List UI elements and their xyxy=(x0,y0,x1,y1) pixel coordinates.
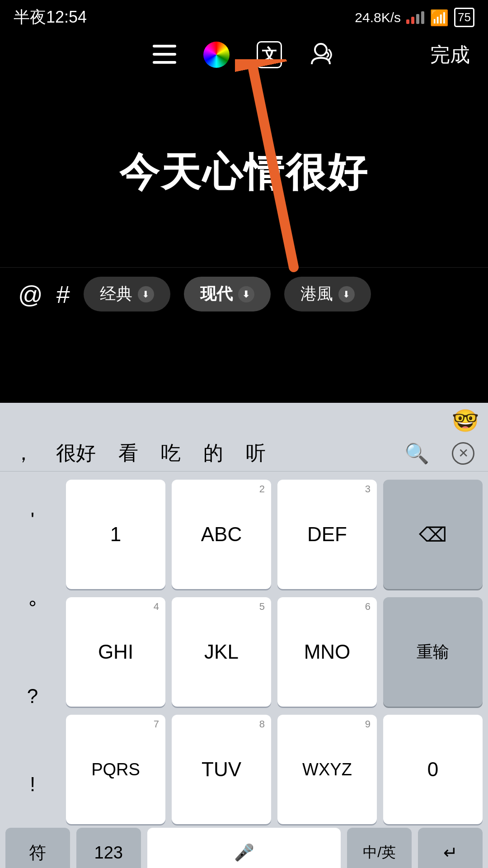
alpha-num-keys: 1 2 ABC 3 DEF ⌫ 4 GHI xyxy=(66,480,483,824)
symbol-column: ' ° ? ! xyxy=(5,480,60,824)
key-degree[interactable]: ° xyxy=(5,568,60,648)
key-wxyz[interactable]: 9 WXYZ xyxy=(277,715,377,824)
key-def[interactable]: 3 DEF xyxy=(277,480,377,589)
search-icon[interactable]: 🔍 xyxy=(404,442,429,465)
key-row-2: 4 GHI 5 JKL 6 MNO 重输 xyxy=(66,597,483,707)
key-exclaim[interactable]: ! xyxy=(5,744,60,824)
at-symbol[interactable]: @ xyxy=(18,280,43,308)
hash-symbol[interactable]: # xyxy=(56,280,70,308)
color-picker-icon[interactable] xyxy=(203,42,230,68)
status-bar: 半夜12:54 24.8K/s 📶 75 xyxy=(0,0,488,32)
svg-rect-1 xyxy=(153,53,176,56)
editor-main-text[interactable]: 今天心情很好 xyxy=(0,77,488,267)
font-style-modern[interactable]: 现代 ⬇ xyxy=(184,277,271,311)
status-right: 24.8K/s 📶 75 xyxy=(355,8,474,27)
main-keys-area: ' ° ? ! 1 2 ABC 3 DEF ⌫ xyxy=(0,472,488,828)
key-ghi[interactable]: 4 GHI xyxy=(66,597,165,707)
key-apostrophe[interactable]: ' xyxy=(5,480,60,560)
suggestion-word-3[interactable]: 的 xyxy=(203,440,223,467)
font-style-bar: @ # 经典 ⬇ 现代 ⬇ 港風 ⬇ xyxy=(0,267,488,321)
paragraph-format-icon[interactable] xyxy=(153,45,176,65)
suggestion-word-1[interactable]: 看 xyxy=(118,440,138,467)
key-row-1: 1 2 ABC 3 DEF ⌫ xyxy=(66,480,483,589)
keyboard-area: 🤓 ， 很好 看 吃 的 听 🔍 ✕ ' ° ? ! 1 2 xyxy=(0,403,488,868)
suggestion-word-2[interactable]: 吃 xyxy=(161,440,181,467)
editor-toolbar: 文 完成 xyxy=(0,32,488,77)
editor-area[interactable]: 文 完成 今天心情很好 @ # xyxy=(0,32,488,403)
key-lang-switch[interactable]: 中/英 xyxy=(347,828,412,868)
key-tuv[interactable]: 8 TUV xyxy=(172,715,271,824)
key-mno[interactable]: 6 MNO xyxy=(277,597,377,707)
microphone-icon: 🎤 xyxy=(234,843,254,862)
font-style-hk[interactable]: 港風 ⬇ xyxy=(284,277,371,311)
key-1[interactable]: 1 xyxy=(66,480,165,589)
hk-download-icon[interactable]: ⬇ xyxy=(338,286,355,302)
key-row-3: 7 PQRS 8 TUV 9 WXYZ 0 xyxy=(66,715,483,824)
done-button[interactable]: 完成 xyxy=(430,42,470,68)
suggestion-comma[interactable]: ， xyxy=(14,440,33,467)
font-style-classic[interactable]: 经典 ⬇ xyxy=(84,277,170,311)
status-time: 半夜12:54 xyxy=(14,6,87,28)
wifi-icon: 📶 xyxy=(430,9,449,27)
key-reinput[interactable]: 重输 xyxy=(383,597,483,707)
key-0[interactable]: 0 xyxy=(383,715,483,824)
key-question[interactable]: ? xyxy=(5,656,60,736)
key-space[interactable]: 🎤 xyxy=(147,828,341,868)
network-speed: 24.8K/s xyxy=(355,10,401,25)
suggestion-word-4[interactable]: 听 xyxy=(246,440,266,467)
suggestion-word-0[interactable]: 很好 xyxy=(56,440,96,467)
key-enter[interactable]: ↵ xyxy=(418,828,483,868)
emoji-icon[interactable]: 🤓 xyxy=(452,408,479,434)
key-123[interactable]: 123 xyxy=(76,828,141,868)
modern-download-icon[interactable]: ⬇ xyxy=(238,286,254,302)
text-to-speech-icon[interactable] xyxy=(309,42,335,68)
key-jkl[interactable]: 5 JKL xyxy=(172,597,271,707)
bottom-key-row: 符 123 🎤 中/英 ↵ xyxy=(0,828,488,868)
battery-indicator: 75 xyxy=(454,8,474,27)
signal-icon xyxy=(406,11,424,24)
key-abc[interactable]: 2 ABC xyxy=(172,480,271,589)
svg-rect-0 xyxy=(153,45,176,47)
clear-input-icon[interactable]: ✕ xyxy=(452,442,474,465)
classic-download-icon[interactable]: ⬇ xyxy=(138,286,154,302)
emoji-row: 🤓 xyxy=(0,403,488,435)
translate-icon[interactable]: 文 xyxy=(257,41,282,68)
key-backspace[interactable]: ⌫ xyxy=(383,480,483,589)
svg-point-3 xyxy=(315,44,327,56)
word-suggestions-bar: ， 很好 看 吃 的 听 🔍 ✕ xyxy=(0,435,488,472)
svg-rect-2 xyxy=(153,61,176,64)
key-symbol[interactable]: 符 xyxy=(5,828,70,868)
key-pqrs[interactable]: 7 PQRS xyxy=(66,715,165,824)
